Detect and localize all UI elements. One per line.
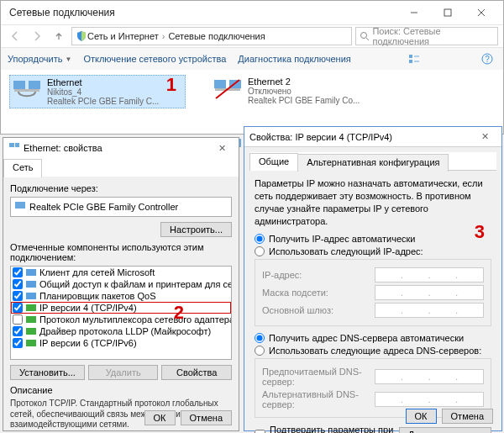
search-icon [360,31,369,41]
svg-rect-26 [15,202,25,209]
network-connections-window: Сетевые подключения Сеть и Интернет› Сет… [0,0,504,135]
radio-manual-dns[interactable]: Использовать следующие адреса DNS-сервер… [255,346,491,356]
checkbox[interactable] [13,291,23,301]
svg-rect-13 [29,81,40,89]
tab-network[interactable]: Сеть [3,159,42,177]
svg-rect-30 [26,304,36,311]
ethernet-properties-dialog: Ethernet: свойства ✕ Сеть Подключение че… [3,137,239,431]
up-button[interactable] [50,27,68,45]
svg-rect-27 [26,269,36,276]
gateway-label: Основной шлюз: [262,305,368,315]
titlebar[interactable]: Сетевые подключения [1,1,503,24]
maximize-button[interactable] [431,1,465,24]
connection-ethernet2[interactable]: Ethernet 2 Отключено Realtek PCI GBE Fam… [211,75,387,108]
breadcrumb[interactable]: Сеть и Интернет› Сетевые подключения [71,27,352,45]
organize-menu[interactable]: Упорядочить▼ [8,54,71,64]
cancel-button[interactable]: Отмена [181,410,232,425]
protocol-icon [25,279,37,289]
configure-button[interactable]: Настроить... [160,222,232,237]
svg-rect-25 [15,143,19,147]
ok-button[interactable]: ОК [144,410,176,425]
install-button[interactable]: Установить... [10,365,85,380]
protocol-icon [25,291,37,301]
network-adapter-icon [213,77,243,102]
ipv4-properties-dialog: Свойства: IP версии 4 (TCP/IPv4) ✕ Общие… [244,126,502,431]
cancel-button[interactable]: Отмена [442,409,493,424]
protocol-icon [25,267,37,277]
address-bar: Сеть и Интернет› Сетевые подключения Пои… [1,24,503,48]
diagnose-button[interactable]: Диагностика подключения [238,54,350,64]
svg-rect-28 [26,281,36,288]
svg-rect-32 [26,328,36,335]
description-heading: Описание [10,385,232,395]
tab-alt-config[interactable]: Альтернативная конфигурация [297,154,449,172]
advanced-button[interactable]: Дополнительно... [399,427,491,433]
properties-button[interactable]: Свойства [161,365,232,380]
intro-text: Параметры IP можно назначать автоматичес… [255,177,491,227]
svg-rect-6 [409,55,412,58]
close-button[interactable]: ✕ [473,131,496,142]
dns2-label: Альтернативный DNS-сервер: [262,389,368,409]
svg-point-4 [361,33,367,39]
component-item-ipv4[interactable]: IP версии 4 (TCP/IPv4) [11,302,231,314]
mask-input[interactable]: ... [375,285,484,300]
remove-button: Удалить [88,365,159,380]
conn-status: Отключено [248,87,360,96]
checkbox[interactable] [13,279,23,289]
dialog-titlebar[interactable]: Свойства: IP версии 4 (TCP/IPv4) ✕ [244,127,501,147]
connection-ethernet[interactable]: Ethernet Nikitos_4 Realtek PCIe GBE Fami… [9,75,186,108]
radio-manual-ip[interactable]: Использовать следующий IP-адрес: [255,246,491,256]
checkbox[interactable] [13,326,23,336]
component-item[interactable]: Драйвер протокола LLDP (Майкрософт) [11,325,231,337]
close-button[interactable]: ✕ [210,143,234,154]
protocol-icon [25,338,37,348]
svg-rect-14 [14,89,39,92]
conn-status: Nikitos_4 [47,87,159,97]
checkbox[interactable] [13,303,23,313]
component-item[interactable]: IP версии 6 (TCP/IPv6) [11,337,231,349]
tab-general[interactable]: Общие [249,153,298,171]
checkbox[interactable] [13,314,23,325]
radio-auto-ip[interactable]: Получить IP-адрес автоматически [255,234,491,244]
window-title: Сетевые подключения [6,7,397,18]
network-adapter-icon [12,77,42,103]
component-item[interactable]: Клиент для сетей Microsoft [11,267,231,278]
view-options-button[interactable] [405,50,423,68]
conn-device: Realtek PCI GBE Family Co... [248,96,360,105]
crumb-loc[interactable]: Сетевые подключения [168,31,265,41]
connect-via-label: Подключение через: [10,183,232,193]
svg-rect-24 [9,143,14,147]
svg-line-5 [366,38,369,40]
search-input[interactable]: Поиск: Сетевые подключения [355,27,498,45]
svg-rect-15 [214,80,226,88]
tabs: Общие Альтернативная конфигурация [249,152,496,171]
radio-auto-dns[interactable]: Получить адрес DNS-сервера автоматически [255,333,491,343]
dns2-input[interactable]: ... [375,392,484,407]
checkbox[interactable] [13,267,23,277]
protocol-icon [25,326,37,336]
forward-button[interactable] [28,27,46,45]
components-list[interactable]: Клиент для сетей Microsoft Общий доступ … [10,266,232,360]
component-item[interactable]: Планировщик пакетов QoS [11,290,231,302]
svg-rect-31 [26,316,36,323]
ip-input[interactable]: ... [375,267,484,283]
close-button[interactable] [465,1,498,24]
component-item[interactable]: Протокол мультиплексора сетевого адаптер… [11,314,231,325]
components-label: Отмеченные компоненты используются этим … [10,242,232,262]
disable-device-button[interactable]: Отключение сетевого устройства [83,54,226,64]
svg-rect-1 [444,9,451,16]
dialog-titlebar[interactable]: Ethernet: свойства ✕ [3,138,239,158]
ok-button[interactable]: ОК [406,409,437,424]
dns1-input[interactable]: ... [375,369,484,384]
confirm-on-exit[interactable]: Подтвердить параметры при выходе Дополни… [255,425,491,433]
nic-icon [8,142,20,154]
protocol-icon [25,303,37,313]
help-button[interactable]: ? [478,50,496,68]
checkbox[interactable] [13,338,23,348]
control-panel-icon [76,30,87,42]
component-item[interactable]: Общий доступ к файлам и принтерам для се… [11,278,231,290]
back-button[interactable] [6,27,24,45]
gateway-input[interactable]: ... [375,303,484,318]
crumb-cat[interactable]: Сеть и Интернет [87,31,159,41]
minimize-button[interactable] [397,1,431,24]
